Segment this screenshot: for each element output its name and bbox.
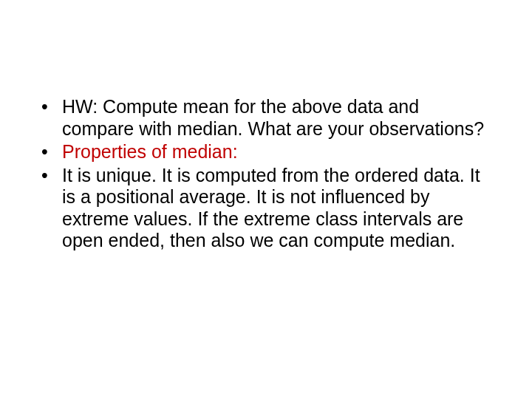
bullet-text: It is unique. It is computed from the or… bbox=[62, 165, 480, 251]
list-item: Properties of median: bbox=[37, 141, 495, 163]
bullet-list: HW: Compute mean for the above data and … bbox=[37, 96, 495, 252]
slide: HW: Compute mean for the above data and … bbox=[0, 0, 532, 399]
list-item: HW: Compute mean for the above data and … bbox=[37, 96, 495, 140]
bullet-text: Properties of median: bbox=[62, 141, 238, 162]
list-item: It is unique. It is computed from the or… bbox=[37, 165, 495, 252]
bullet-text: HW: Compute mean for the above data and … bbox=[62, 96, 484, 139]
